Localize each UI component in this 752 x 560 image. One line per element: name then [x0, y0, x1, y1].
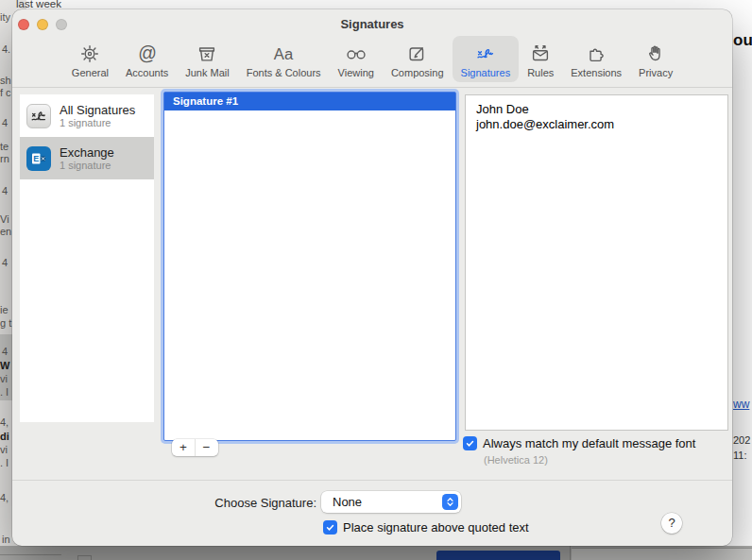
background-divider [570, 546, 571, 560]
bg-text-fragment: 202 [733, 434, 750, 446]
bg-text-fragment: 4, [0, 416, 9, 428]
signature-editor[interactable]: John Doe john.doe@exclaimer.com [465, 94, 728, 431]
bg-text-fragment: 4 [2, 117, 8, 128]
font-detail: (Helvetica 12) [484, 454, 548, 466]
stepper-chevrons-icon [442, 494, 458, 510]
tab-label: Viewing [338, 67, 374, 78]
match-font-checkbox[interactable] [463, 436, 477, 450]
svg-text:E: E [33, 154, 39, 163]
tab-label: Signatures [461, 67, 511, 78]
tab-extensions[interactable]: Extensions [562, 36, 630, 82]
svg-text:@: @ [138, 42, 157, 63]
bg-text-fragment: 4 [2, 346, 8, 357]
tab-label: Accounts [126, 67, 168, 78]
place-signature-label: Place signature above quoted text [343, 520, 529, 535]
bg-text-fragment: in [2, 534, 10, 545]
window-title: Signatures [12, 17, 732, 31]
bg-text-fragment: 4, [0, 492, 9, 503]
signatures-window: Signatures General [12, 9, 732, 546]
tab-general[interactable]: General [63, 36, 117, 82]
sidebar-item-subtitle: 1 signature [60, 117, 135, 129]
choose-signature-select[interactable]: None [321, 491, 461, 513]
section-divider [12, 480, 732, 481]
accounts-sidebar: All Signatures 1 signature E Exchange 1 … [20, 94, 154, 422]
bg-text-fragment: f c [0, 87, 11, 98]
bg-text-fragment: vi [0, 444, 8, 455]
sidebar-item-all-signatures[interactable]: All Signatures 1 signature [20, 94, 154, 137]
toolbar-divider [12, 87, 732, 88]
place-signature-checkbox[interactable] [323, 520, 337, 535]
tab-label: Extensions [571, 67, 622, 78]
screen: ity4.shf c4tern4Vien4ieg t4Wvi. I4,divi.… [0, 0, 752, 560]
add-remove-group: + − [172, 439, 218, 456]
bg-text-fragment: ity [0, 11, 10, 23]
tab-accounts[interactable]: @ Accounts [117, 36, 177, 82]
sidebar-item-title: All Signatures [60, 103, 135, 117]
signature-list[interactable]: Signature #1 [163, 92, 456, 441]
exchange-icon: E [26, 146, 51, 171]
remove-signature-button[interactable]: − [195, 439, 217, 456]
tab-label: General [72, 67, 109, 78]
background-section-label: last week [16, 0, 61, 9]
at-sign-icon: @ [136, 41, 159, 66]
sidebar-item-subtitle: 1 signature [60, 160, 114, 172]
bg-text-fragment: ww [733, 398, 749, 411]
preferences-toolbar: General @ Accounts Junk [12, 36, 732, 87]
background-mail-content: ouww20211: [731, 0, 752, 560]
glasses-icon [344, 41, 368, 66]
tab-junk-mail[interactable]: Junk Mail [177, 36, 237, 82]
tab-fonts-colours[interactable]: Aa Fonts & Colours [238, 36, 330, 82]
bg-text-fragment: 4. [2, 43, 10, 55]
background-bottom-strip [0, 546, 752, 560]
bg-text-fragment: . I [0, 457, 9, 468]
background-divider [0, 554, 61, 555]
tab-rules[interactable]: Rules [519, 36, 562, 82]
bg-text-fragment: g t [0, 317, 11, 329]
bg-text-fragment: te [0, 141, 9, 152]
match-font-label: Always match my default message font [483, 436, 695, 450]
bg-text-fragment: Vi [0, 213, 9, 225]
svg-text:Aa: Aa [274, 44, 294, 62]
bg-text-fragment: 4 [2, 185, 8, 196]
gear-icon [78, 41, 101, 66]
tab-composing[interactable]: Composing [383, 36, 453, 82]
tab-privacy[interactable]: Privacy [630, 36, 681, 82]
sidebar-item-title: Exchange [60, 145, 114, 160]
choose-signature-label: Choose Signature: [154, 496, 316, 510]
bg-text-fragment: ie [0, 304, 9, 315]
background-blue-button-fragment [436, 551, 560, 560]
bg-text-fragment: rn [0, 153, 9, 164]
tab-label: Rules [527, 67, 554, 78]
selected-option: None [333, 495, 362, 509]
bg-text-fragment: 11: [733, 450, 746, 461]
add-signature-button[interactable]: + [172, 439, 195, 456]
bg-text-fragment: vi [0, 373, 8, 384]
bg-text-fragment: en [0, 226, 11, 237]
tab-signatures[interactable]: Signatures [453, 36, 520, 82]
bg-text-fragment: . I [0, 386, 9, 398]
tab-viewing[interactable]: Viewing [330, 36, 383, 82]
signature-line-name: John Doe [476, 102, 727, 117]
match-font-row: Always match my default message font [463, 436, 695, 450]
titlebar[interactable]: Signatures [12, 9, 732, 38]
puzzle-icon [585, 41, 607, 66]
bg-text-fragment: W [0, 360, 9, 371]
all-signatures-icon [26, 104, 51, 128]
bg-text-fragment: di [0, 431, 9, 442]
signature-line-email: john.doe@exclaimer.com [476, 117, 727, 132]
signature-icon [473, 41, 498, 66]
bg-text-fragment: ou [733, 31, 752, 50]
tab-label: Privacy [639, 67, 673, 78]
rules-envelope-icon [529, 41, 552, 66]
background-window-edge [572, 548, 752, 560]
tab-label: Composing [391, 67, 444, 78]
fonts-aa-icon: Aa [269, 41, 298, 66]
hand-icon [644, 41, 667, 66]
help-button[interactable]: ? [661, 513, 682, 534]
background-box-fragment [77, 555, 92, 560]
signature-list-item-selected[interactable]: Signature #1 [164, 93, 455, 110]
junk-bin-icon [196, 41, 218, 66]
bg-text-fragment: sh [0, 75, 11, 86]
bg-text-fragment: 4 [2, 257, 8, 268]
sidebar-item-exchange[interactable]: E Exchange 1 signature [20, 137, 154, 179]
